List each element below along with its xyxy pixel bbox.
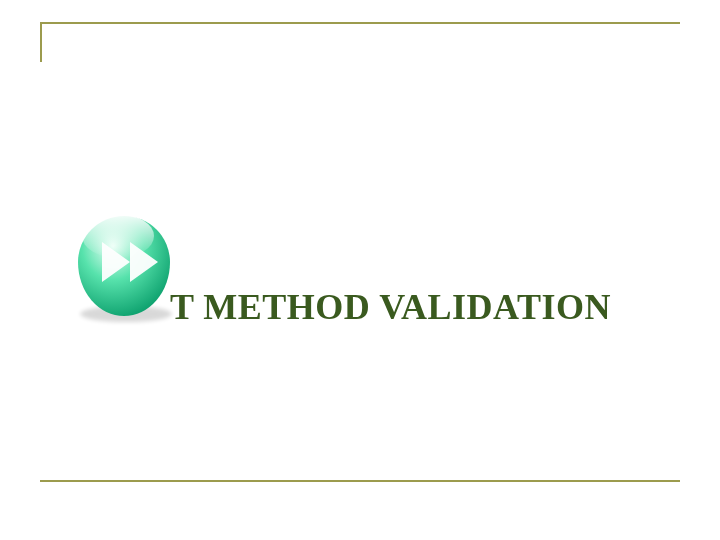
slide-title: T METHOD VALIDATION xyxy=(170,286,611,328)
svg-point-1 xyxy=(82,214,154,258)
bottom-border-rule xyxy=(40,480,680,482)
slide: T METHOD VALIDATION xyxy=(0,0,720,540)
content-area: T METHOD VALIDATION xyxy=(60,242,660,372)
top-border-rule xyxy=(40,22,680,62)
fast-forward-icon-svg xyxy=(60,198,188,326)
fast-forward-icon xyxy=(60,198,188,326)
